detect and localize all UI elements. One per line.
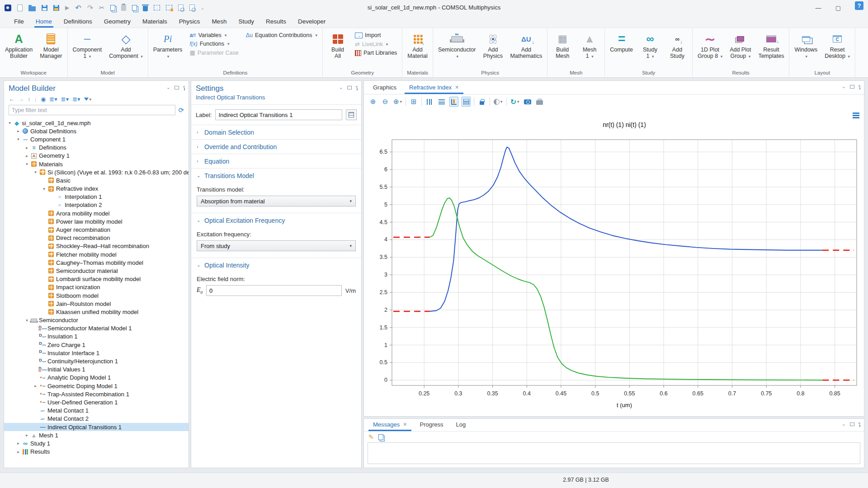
snapshot-icon[interactable] [523, 97, 532, 107]
chevron-collapsed-icon[interactable]: ▸ [24, 433, 30, 437]
pin-panel-icon[interactable] [356, 86, 358, 88]
ribbon-result-templates-button[interactable]: ResultTemplates [755, 30, 787, 68]
ribbon-parameter-case-button[interactable]: ▦Parameter Case [188, 49, 240, 56]
delete-icon[interactable] [143, 6, 148, 11]
tree-item[interactable]: ▾◆si_solar_cell_1d_new.mph [4, 119, 189, 127]
ribbon-compute-button[interactable]: =Compute [607, 30, 636, 68]
open-icon[interactable] [28, 6, 36, 11]
close-tab-icon[interactable]: ✕ [455, 84, 459, 90]
nav-forward-icon[interactable]: → [18, 96, 24, 103]
tree-item[interactable]: D–▪Zero Charge 1 [4, 341, 189, 349]
tree-item[interactable]: ▸•–Geometric Doping Model 1 [4, 382, 189, 390]
tree-item[interactable]: Caughey–Thomas mobility model [4, 258, 189, 267]
transparency-icon[interactable]: ▾ [493, 97, 503, 107]
chevron-expanded-icon[interactable]: ▾ [7, 121, 13, 125]
menu-materials[interactable]: Materials [137, 16, 173, 28]
ribbon-add-material-button[interactable]: AddMaterial [404, 30, 430, 68]
minimize-button[interactable]: — [808, 0, 828, 15]
ribbon-equation-contributions-button[interactable]: ΔuEquation Contributions▾ [245, 32, 319, 39]
chevron-collapsed-icon[interactable]: ▸ [15, 129, 21, 133]
duplicate-icon[interactable] [132, 5, 137, 11]
tree-item[interactable]: •–User-Defined Generation 1 [4, 398, 189, 406]
chevron-expanded-icon[interactable]: ▾ [41, 187, 47, 191]
zoom-find-2-icon[interactable] [189, 5, 195, 11]
electric-field-norm-input[interactable] [206, 285, 342, 296]
messages-tab-progress[interactable]: Progress [413, 418, 449, 431]
tree-item[interactable]: ▾Si (Silicon) (Vuye et al. 1993: n,k 0.2… [4, 168, 189, 176]
float-panel-icon[interactable] [175, 86, 179, 89]
save-icon[interactable] [42, 5, 47, 11]
tree-item[interactable]: Basic [4, 176, 189, 184]
tree-item[interactable]: ▸Global Definitions [4, 127, 189, 135]
section-header[interactable]: ›Domain Selection [191, 125, 361, 139]
pin-panel-icon[interactable] [183, 86, 185, 88]
label-input[interactable] [215, 109, 342, 120]
model-tree-node-text-icon[interactable]: ≣▾ [72, 96, 80, 103]
tree-item[interactable]: Power law mobility model [4, 217, 189, 225]
ribbon-application-builder-button[interactable]: AApplicationBuilder [2, 30, 36, 68]
ribbon-add-component-button[interactable]: ◇AddComponent ▾ [106, 30, 146, 68]
refresh-icon[interactable]: ⟳ [178, 106, 184, 114]
clear-log-icon[interactable]: ✎ [368, 433, 374, 441]
ribbon-mesh-button[interactable]: ▲Mesh1 ▾ [576, 30, 603, 68]
clear-selection-icon[interactable] [166, 5, 172, 10]
panel-menu-icon[interactable]: ⌄ [339, 84, 343, 90]
ribbon-build-mesh-button[interactable]: ▦BuildMesh [549, 30, 576, 68]
pin-panel-icon[interactable] [859, 422, 860, 424]
menu-results[interactable]: Results [260, 16, 292, 28]
chevron-expanded-icon[interactable]: ▾ [33, 170, 38, 174]
tree-item[interactable]: ▸AGeometry 1 [4, 152, 189, 160]
chevron-expanded-icon[interactable]: ▾ [24, 162, 30, 166]
ribbon-functions-button[interactable]: f(x)Functions▾ [188, 40, 240, 47]
tree-item[interactable]: Auger recombination [4, 225, 189, 234]
float-panel-icon[interactable] [347, 86, 352, 89]
tree-item[interactable]: ∩Interpolation 1 [4, 193, 189, 201]
lock-axes-icon[interactable] [477, 97, 486, 107]
y-grid-icon[interactable] [437, 97, 446, 107]
ribbon-windows-button[interactable]: Windows ▾ [791, 30, 821, 68]
tree-item[interactable]: ▾Refractive index [4, 185, 189, 193]
tree-item[interactable]: ▾Semiconductor [4, 316, 189, 324]
menu-home[interactable]: Home [30, 16, 58, 28]
tree-item[interactable]: ▾Materials [4, 160, 189, 168]
ribbon-plot-1d-button[interactable]: ∼1D PlotGroup 8 ▾ [694, 30, 726, 68]
section-header[interactable]: ⌄Optical Excitation Frequency [191, 213, 361, 227]
menu-study[interactable]: Study [232, 16, 260, 28]
x-grid-icon[interactable] [425, 97, 434, 107]
help-button[interactable]: ? [855, 1, 863, 10]
messages-tab-messages[interactable]: Messages✕ [367, 418, 413, 431]
chevron-collapsed-icon[interactable]: ▸ [24, 145, 30, 150]
tree-item[interactable]: ▸▲Mesh 1 [4, 431, 189, 439]
tree-item[interactable]: D–▪Insulator Interface 1 [4, 349, 189, 357]
float-panel-icon[interactable] [850, 85, 854, 89]
tree-item[interactable]: D–▪Continuity/Heterojunction 1 [4, 357, 189, 365]
ribbon-add-physics-button[interactable]: AddPhysics [480, 30, 506, 68]
graphics-tab-refractive-index[interactable]: Refractive Index✕ [403, 81, 465, 94]
expand-all-icon[interactable]: ≣▾ [49, 96, 57, 103]
tree-item[interactable]: •–Analytic Doping Model 1 [4, 374, 189, 382]
tree-item[interactable]: Fletcher mobility model [4, 250, 189, 258]
comsol-logo-icon[interactable] [5, 5, 11, 11]
chevron-expanded-icon[interactable]: ▾ [24, 318, 30, 323]
panel-menu-icon[interactable]: ⌄ [842, 421, 846, 427]
tree-item[interactable]: Jain–Roulston model [4, 300, 189, 308]
print-icon[interactable] [535, 97, 544, 107]
legend-icon[interactable] [462, 97, 471, 107]
more-icon[interactable]: ⌄ [201, 5, 204, 10]
tree-item[interactable]: D—Semiconductor Material Model 1 [4, 324, 189, 333]
tree-item[interactable]: Direct recombination [4, 234, 189, 242]
ribbon-model-manager-button[interactable]: ModelManager [37, 30, 65, 68]
tree-item[interactable]: D—Initial Values 1 [4, 366, 189, 374]
menu-file[interactable]: File [8, 16, 30, 28]
float-panel-icon[interactable] [850, 422, 854, 426]
ribbon-semiconductor-button[interactable]: Semiconductor ▾ [435, 30, 479, 68]
ribbon-build-all-button[interactable]: BuildAll [325, 30, 351, 68]
show-icon[interactable]: ◉ [41, 96, 46, 103]
zoom-find-icon[interactable] [178, 5, 184, 11]
section-header[interactable]: ⌄Transitions Model [191, 169, 361, 183]
ribbon-parameters-button[interactable]: PiParameters ▾ [150, 30, 186, 68]
ribbon-component-button[interactable]: ─Component1 ▾ [70, 30, 105, 68]
graphics-tab-graphics[interactable]: Graphics [367, 81, 403, 94]
tree-filter-input[interactable] [9, 105, 175, 115]
tree-item[interactable]: ▸∞Study 1 [4, 439, 189, 447]
